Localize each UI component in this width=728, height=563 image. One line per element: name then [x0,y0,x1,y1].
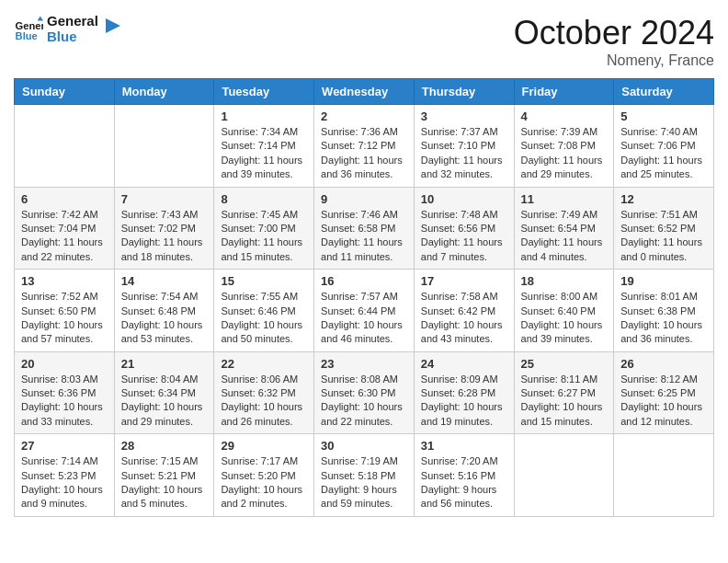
sunrise: Sunrise: 7:48 AM [421,209,498,220]
logo: General Blue General Blue [14,14,122,44]
day-number: 3 [421,109,507,123]
day-cell: 11 Sunrise: 7:49 AM Sunset: 6:54 PM Dayl… [514,187,614,270]
day-cell: 27 Sunrise: 7:14 AM Sunset: 5:23 PM Dayl… [15,434,115,517]
daylight: Daylight: 10 hours and 50 minutes. [221,319,302,344]
day-cell [15,105,115,188]
sunset: Sunset: 6:34 PM [121,387,196,398]
day-number: 19 [620,274,707,288]
daylight: Daylight: 10 hours and 5 minutes. [121,484,203,509]
day-cell: 24 Sunrise: 8:09 AM Sunset: 6:28 PM Dayl… [414,351,514,434]
day-info: Sunrise: 7:36 AM Sunset: 7:12 PM Dayligh… [321,125,407,182]
header-row: SundayMondayTuesdayWednesdayThursdayFrid… [15,79,714,105]
day-cell: 13 Sunrise: 7:52 AM Sunset: 6:50 PM Dayl… [15,270,115,352]
day-info: Sunrise: 7:17 AM Sunset: 5:20 PM Dayligh… [221,454,307,511]
sunrise: Sunrise: 7:45 AM [221,209,298,220]
col-header-wednesday: Wednesday [314,79,415,105]
sunrise: Sunrise: 8:11 AM [521,373,598,385]
day-cell [614,434,714,517]
sunset: Sunset: 5:21 PM [121,470,196,481]
day-cell: 4 Sunrise: 7:39 AM Sunset: 7:08 PM Dayli… [514,105,614,188]
daylight: Daylight: 10 hours and 53 minutes. [121,319,203,344]
day-info: Sunrise: 7:51 AM Sunset: 6:52 PM Dayligh… [620,208,707,265]
day-cell: 21 Sunrise: 8:04 AM Sunset: 6:34 PM Dayl… [114,351,214,434]
day-info: Sunrise: 8:08 AM Sunset: 6:30 PM Dayligh… [321,373,407,430]
day-cell: 19 Sunrise: 8:01 AM Sunset: 6:38 PM Dayl… [614,270,714,352]
daylight: Daylight: 10 hours and 22 minutes. [321,401,403,426]
month-title: October 2024 [514,14,714,52]
day-info: Sunrise: 7:43 AM Sunset: 7:02 PM Dayligh… [121,208,208,265]
sunset: Sunset: 6:25 PM [620,387,695,398]
col-header-tuesday: Tuesday [214,79,314,105]
day-info: Sunrise: 7:52 AM Sunset: 6:50 PM Dayligh… [21,290,108,347]
day-cell: 23 Sunrise: 8:08 AM Sunset: 6:30 PM Dayl… [314,351,415,434]
day-number: 4 [521,109,608,123]
sunrise: Sunrise: 7:57 AM [321,291,398,302]
day-cell: 8 Sunrise: 7:45 AM Sunset: 7:00 PM Dayli… [214,187,314,270]
sunrise: Sunrise: 7:49 AM [521,209,598,220]
day-number: 14 [121,274,208,288]
daylight: Daylight: 10 hours and 9 minutes. [21,484,103,509]
day-number: 10 [421,192,507,206]
sunrise: Sunrise: 7:20 AM [421,455,498,466]
day-info: Sunrise: 7:20 AM Sunset: 5:16 PM Dayligh… [421,454,507,511]
sunset: Sunset: 6:54 PM [521,223,596,234]
sunset: Sunset: 6:56 PM [421,223,495,234]
sunrise: Sunrise: 7:37 AM [421,126,498,137]
week-row-1: 1 Sunrise: 7:34 AM Sunset: 7:14 PM Dayli… [15,105,714,188]
daylight: Daylight: 10 hours and 12 minutes. [620,401,702,426]
daylight: Daylight: 9 hours and 56 minutes. [421,484,497,509]
sunrise: Sunrise: 7:42 AM [21,209,98,220]
week-row-5: 27 Sunrise: 7:14 AM Sunset: 5:23 PM Dayl… [15,434,714,517]
day-info: Sunrise: 7:42 AM Sunset: 7:04 PM Dayligh… [21,208,108,265]
day-info: Sunrise: 7:48 AM Sunset: 6:56 PM Dayligh… [421,208,507,265]
sunset: Sunset: 7:14 PM [221,140,295,151]
col-header-thursday: Thursday [414,79,514,105]
sunset: Sunset: 6:32 PM [221,387,295,398]
day-number: 27 [21,439,108,453]
day-cell: 1 Sunrise: 7:34 AM Sunset: 7:14 PM Dayli… [214,105,314,188]
sunrise: Sunrise: 7:51 AM [620,209,698,220]
day-info: Sunrise: 7:45 AM Sunset: 7:00 PM Dayligh… [221,208,307,265]
day-info: Sunrise: 7:15 AM Sunset: 5:21 PM Dayligh… [121,454,208,511]
daylight: Daylight: 11 hours and 25 minutes. [620,155,702,179]
sunrise: Sunrise: 7:17 AM [221,455,298,466]
daylight: Daylight: 11 hours and 0 minutes. [620,236,702,261]
day-cell: 6 Sunrise: 7:42 AM Sunset: 7:04 PM Dayli… [15,187,115,270]
day-cell: 16 Sunrise: 7:57 AM Sunset: 6:44 PM Dayl… [314,270,415,352]
day-number: 23 [321,357,407,371]
day-cell: 17 Sunrise: 7:58 AM Sunset: 6:42 PM Dayl… [414,270,514,352]
calendar-table: SundayMondayTuesdayWednesdayThursdayFrid… [14,78,714,517]
daylight: Daylight: 11 hours and 29 minutes. [521,155,603,179]
daylight: Daylight: 10 hours and 29 minutes. [121,401,203,426]
day-info: Sunrise: 7:46 AM Sunset: 6:58 PM Dayligh… [321,208,407,265]
day-cell: 10 Sunrise: 7:48 AM Sunset: 6:56 PM Dayl… [414,187,514,270]
sunrise: Sunrise: 7:55 AM [221,291,298,302]
sunset: Sunset: 7:10 PM [421,140,495,151]
sunset: Sunset: 6:36 PM [21,387,96,398]
sunset: Sunset: 6:40 PM [521,305,596,316]
day-number: 7 [121,192,208,206]
day-cell: 3 Sunrise: 7:37 AM Sunset: 7:10 PM Dayli… [414,105,514,188]
daylight: Daylight: 11 hours and 32 minutes. [421,155,503,179]
day-number: 6 [21,192,108,206]
day-number: 30 [321,439,407,453]
day-cell: 28 Sunrise: 7:15 AM Sunset: 5:21 PM Dayl… [114,434,214,517]
day-info: Sunrise: 8:04 AM Sunset: 6:34 PM Dayligh… [121,373,208,430]
sunset: Sunset: 6:27 PM [521,387,596,398]
daylight: Daylight: 10 hours and 19 minutes. [421,401,503,426]
svg-marker-3 [106,18,120,33]
day-number: 22 [221,357,307,371]
day-info: Sunrise: 8:06 AM Sunset: 6:32 PM Dayligh… [221,373,307,430]
sunrise: Sunrise: 7:46 AM [321,209,398,220]
col-header-saturday: Saturday [614,79,714,105]
day-number: 24 [421,357,507,371]
sunrise: Sunrise: 7:34 AM [221,126,298,137]
title-block: October 2024 Nomeny, France [514,14,714,69]
daylight: Daylight: 11 hours and 4 minutes. [521,236,603,261]
col-header-sunday: Sunday [15,79,115,105]
day-number: 16 [321,274,407,288]
day-cell: 9 Sunrise: 7:46 AM Sunset: 6:58 PM Dayli… [314,187,415,270]
sunset: Sunset: 6:44 PM [321,305,395,316]
sunset: Sunset: 7:04 PM [21,223,96,234]
day-number: 18 [521,274,608,288]
